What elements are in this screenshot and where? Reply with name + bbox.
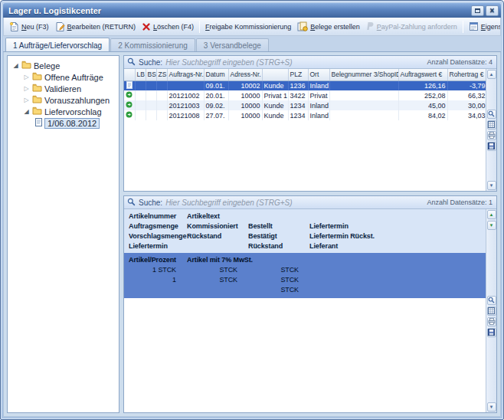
cell-rohertrag[interactable]: 66,32 [447,90,486,100]
cell-datum[interactable]: 20.01. [204,90,228,100]
cell-beleg[interactable] [329,80,398,90]
cell-auftrag[interactable] [167,80,204,90]
order-row[interactable]: 20121002 20.01. 10000 Privat 1 3422 Priv… [124,90,486,100]
save-button[interactable] [487,142,496,151]
cell-beleg[interactable] [329,90,398,100]
cell-rohertrag[interactable]: -3,79 [447,80,486,90]
column-header-rohertrag[interactable]: Rohertrag € [447,69,486,80]
column-header-status[interactable] [124,69,135,80]
cell-ort[interactable]: Inland [308,110,329,120]
cell-datum[interactable]: 09.01. [204,80,228,90]
cell-ort[interactable]: Inland [308,80,329,90]
tab-auftraege-liefervorschlag[interactable]: 1 Aufträge/Liefervorschlag [5,38,110,51]
properties-button[interactable]: Eigenschaften [466,19,501,34]
cell-wert[interactable]: 45,00 [398,100,447,110]
orders-search-input[interactable] [165,58,424,67]
scroll-down-button[interactable]: ▼ [487,402,496,412]
column-header-zs[interactable]: ZS [156,69,167,80]
save-button[interactable] [487,328,496,337]
collapsed-icon[interactable]: ▷ [23,74,30,80]
tree-item-liefervorschlag-1[interactable]: 1/06.08.2012 [9,117,117,129]
column-header-adresse[interactable]: Adress-Nr. [228,69,262,80]
cell-rohertrag[interactable]: 34,03 [447,110,486,120]
tree-item-belege[interactable]: ◢ Belege [9,60,117,71]
column-header-wert[interactable]: Auftragswert € [398,69,447,80]
scroll-up-button[interactable]: ▲ [487,70,496,79]
cell-ort[interactable]: Privat [308,90,329,100]
article-field-labels: Artikelnummer Artikeltext Auftragsmenge … [124,209,486,253]
column-header-lb[interactable]: LB [135,69,146,80]
tree-item-vorauszahlungen[interactable]: ▷ Vorauszahlungen [9,94,117,106]
order-row[interactable]: 09.01. 10002 Kunde 1236 Inland 126,16 -3… [124,80,486,90]
cell-wert[interactable]: 252,08 [398,90,447,100]
grid-view-button[interactable] [487,120,496,130]
cell-plz[interactable]: 1236 [288,80,308,90]
column-header-beleg[interactable]: Belegnummer 3/ShopID [329,69,398,80]
cell-name[interactable]: Kunde [262,80,288,90]
order-row[interactable]: 20121003 09.02. 10000 Kunde 1234 Inland … [124,100,486,110]
column-header-plz[interactable]: PLZ [288,69,308,80]
print-button[interactable] [487,131,496,140]
cell-adresse[interactable]: 10000 [228,110,262,120]
cell-rohertrag[interactable]: 30,00 [447,100,486,110]
tree-item-liefervorschlag[interactable]: ◢ Liefervorschlag [9,106,117,117]
record-bestellt: STCK [248,265,309,275]
tree-item-offene-auftraege[interactable]: ▷ Offene Aufträge [9,71,117,83]
cell-auftrag[interactable]: 20121003 [167,100,204,110]
cell-auftrag[interactable]: 20121008 [167,110,204,120]
cell-adresse[interactable]: 10000 [228,100,262,110]
print-button[interactable] [487,317,496,326]
cell-ort[interactable]: Inland [308,100,329,110]
cell-wert[interactable]: 126,16 [398,80,447,90]
cell-beleg[interactable] [329,110,398,120]
cell-datum[interactable]: 27.07. [204,110,228,120]
cell-adresse[interactable]: 10000 [228,90,262,100]
cell-adresse[interactable]: 10002 [228,80,262,90]
collapsed-icon[interactable]: ▷ [23,85,30,92]
edit-button[interactable]: Bearbeiten (RETURN) [52,19,139,34]
cell-plz[interactable]: 1234 [288,100,308,110]
column-header-auftrag[interactable]: Auftrags-Nr. [167,69,204,80]
tab-versandbelege[interactable]: 3 Versandbelege [196,38,269,51]
zoom-button[interactable] [487,296,496,305]
label-liefertermin: Liefertermin [309,221,486,231]
article-record[interactable]: Artikel/Prozent Artikel mit 7% MwSt. 1 S… [124,253,486,298]
cell-name[interactable]: Kunde [262,110,288,120]
detail-search-input[interactable] [165,199,424,207]
label-bestellt: Bestellt [248,221,309,231]
column-header-ort[interactable]: Ort [308,69,329,80]
cell-datum[interactable]: 09.02. [204,100,228,110]
grid-view-button[interactable] [487,307,496,316]
zoom-button[interactable] [487,110,496,119]
paypal-request-button[interactable]: PayPal-Zahlung anfordern [363,19,460,34]
new-button[interactable]: Neu (F3) [6,19,52,34]
tab-kommissionierung[interactable]: 2 Kommissionierung [110,38,195,51]
main-toolbar: Neu (F3) Bearbeiten (RETURN) Löschen (F4… [3,18,501,36]
order-row[interactable]: 20121008 27.07. 10000 Kunde 1234 Inland … [124,110,486,120]
close-button[interactable]: × [486,5,499,16]
cell-name[interactable]: Privat 1 [262,90,288,100]
cell-beleg[interactable] [329,100,398,110]
expanded-icon[interactable]: ◢ [23,108,30,115]
cell-plz[interactable]: 1234 [288,110,308,120]
release-picking-button[interactable]: Freigabe Kommissionierung [202,21,294,33]
record-count: Anzahl Datensätze: 1 [427,199,493,206]
tree-item-validieren[interactable]: ▷ Validieren [9,83,117,94]
cell-name[interactable]: Kunde [262,100,288,110]
expanded-icon[interactable]: ◢ [12,62,19,69]
cell-auftrag[interactable]: 20121002 [167,90,204,100]
record-down-button[interactable]: ▼ [487,221,496,230]
column-header-name[interactable] [262,69,288,80]
cell-plz[interactable]: 3422 [288,90,308,100]
column-header-datum[interactable]: Datum [204,69,228,80]
cell-wert[interactable]: 84,02 [398,110,447,120]
restore-button[interactable] [471,5,484,16]
delete-button[interactable]: Löschen (F4) [139,20,197,34]
column-header-bs[interactable]: BS [146,69,156,80]
collapsed-icon[interactable]: ▷ [23,97,30,103]
record-up-button[interactable]: ▲ [487,210,496,219]
create-documents-button[interactable]: Belege erstellen [294,19,363,34]
scroll-down-button[interactable]: ▼ [487,181,496,190]
release-icon [126,102,133,110]
tree-leaf-label: 1/06.08.2012 [44,118,100,129]
